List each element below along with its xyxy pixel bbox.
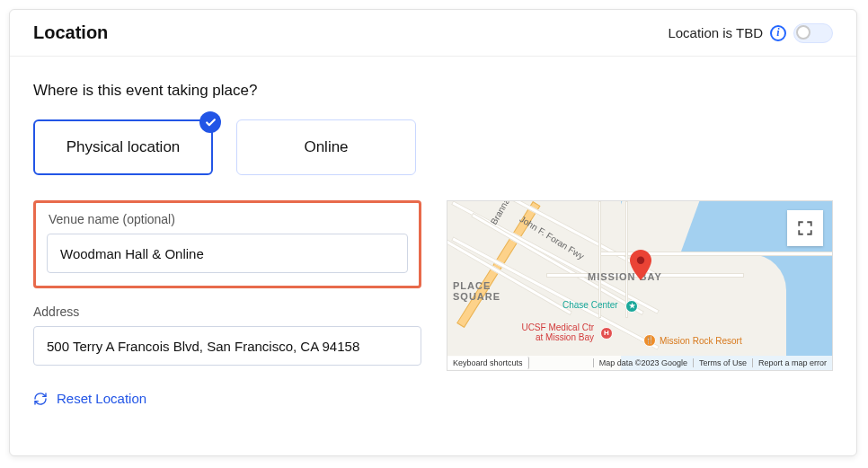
fullscreen-icon bbox=[797, 220, 813, 236]
option-label: Physical location bbox=[66, 138, 181, 156]
refresh-icon bbox=[33, 392, 48, 406]
reset-location-link[interactable]: Reset Location bbox=[33, 391, 146, 406]
option-label: Online bbox=[304, 138, 348, 156]
map-preview[interactable]: PLACESQUARE MISSION BAY John F. Foran Fw… bbox=[447, 200, 833, 371]
poi-ucsf-icon: H bbox=[600, 327, 613, 340]
location-prompt: Where is this event taking place? bbox=[33, 82, 833, 100]
address-label: Address bbox=[33, 305, 421, 319]
check-icon bbox=[199, 111, 221, 133]
poi-mission-rock-icon: 🍴 bbox=[643, 334, 656, 347]
poi-mission-rock-label: Mission Rock Resort bbox=[660, 336, 742, 346]
fields-row: Venue name (optional) Address Reset Loca… bbox=[33, 200, 833, 410]
tbd-label: Location is TBD bbox=[668, 25, 763, 40]
map-report-link[interactable]: Report a map error bbox=[752, 358, 832, 367]
info-icon[interactable]: i bbox=[770, 25, 786, 41]
map-label-place-square: PLACESQUARE bbox=[453, 280, 500, 302]
map-pin-icon bbox=[630, 250, 651, 271]
location-type-options: Physical location Online bbox=[33, 119, 833, 175]
venue-label: Venue name (optional) bbox=[49, 212, 408, 226]
map-attribution: Map data ©2023 Google bbox=[593, 358, 693, 367]
poi-ucsf-label: UCSF Medical Ctrat Mission Bay bbox=[473, 322, 594, 342]
svg-point-0 bbox=[637, 257, 644, 264]
reset-label: Reset Location bbox=[57, 391, 146, 406]
option-online[interactable]: Online bbox=[236, 119, 416, 175]
address-input[interactable] bbox=[33, 326, 421, 366]
poi-chase-center-label: Chase Center bbox=[562, 300, 618, 310]
option-physical-location[interactable]: Physical location bbox=[33, 119, 213, 175]
venue-name-input[interactable] bbox=[47, 234, 408, 273]
toggle-knob bbox=[796, 25, 810, 40]
map-terms-link[interactable]: Terms of Use bbox=[693, 358, 752, 367]
card-body: Where is this event taking place? Physic… bbox=[10, 57, 856, 428]
address-group: Address bbox=[33, 305, 421, 366]
left-column: Venue name (optional) Address Reset Loca… bbox=[33, 200, 421, 410]
section-title: Location bbox=[33, 22, 108, 43]
card-header: Location Location is TBD i bbox=[10, 10, 856, 57]
tbd-toggle[interactable] bbox=[793, 23, 833, 43]
map-keyboard-shortcuts[interactable]: Keyboard shortcuts bbox=[447, 357, 529, 369]
poi-chase-center-icon: ★ bbox=[625, 300, 638, 313]
tbd-control: Location is TBD i bbox=[668, 23, 833, 43]
map-footer: Keyboard shortcuts Map data ©2023 Google… bbox=[447, 356, 832, 370]
venue-highlight: Venue name (optional) bbox=[33, 200, 421, 288]
location-card: Location Location is TBD i Where is this… bbox=[9, 9, 857, 456]
map-fullscreen-button[interactable] bbox=[787, 210, 823, 246]
